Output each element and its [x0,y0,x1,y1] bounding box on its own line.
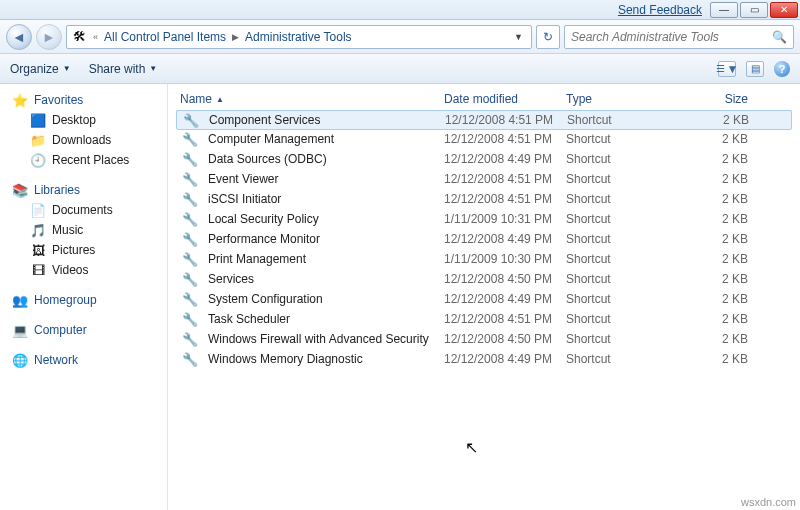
file-row[interactable]: 🔧iSCSI Initiator12/12/2008 4:51 PMShortc… [176,189,792,209]
refresh-button[interactable]: ↻ [536,25,560,49]
column-headers: Name ▲ Date modified Type Size [176,88,792,111]
share-with-button[interactable]: Share with▼ [89,62,158,76]
file-row[interactable]: 🔧Print Management1/11/2009 10:30 PMShort… [176,249,792,269]
file-row[interactable]: 🔧Local Security Policy1/11/2009 10:31 PM… [176,209,792,229]
file-name: Data Sources (ODBC) [208,152,327,166]
sidebar-item[interactable]: 🎵Music [0,220,167,240]
file-name: Windows Memory Diagnostic [208,352,363,366]
sidebar-label: Homegroup [34,293,97,307]
file-row[interactable]: 🔧Windows Memory Diagnostic12/12/2008 4:4… [176,349,792,369]
file-row[interactable]: 🔧Data Sources (ODBC)12/12/2008 4:49 PMSh… [176,149,792,169]
file-name: Event Viewer [208,172,278,186]
send-feedback-link[interactable]: Send Feedback [618,3,702,17]
sidebar-label: Favorites [34,93,83,107]
file-row[interactable]: 🔧Services12/12/2008 4:50 PMShortcut2 KB [176,269,792,289]
window-titlebar: Send Feedback — ▭ ✕ [0,0,800,20]
network-icon: 🌐 [12,352,28,368]
help-button[interactable]: ? [774,61,790,77]
minimize-button[interactable]: — [710,2,738,18]
close-button[interactable]: ✕ [770,2,798,18]
file-date: 12/12/2008 4:51 PM [444,192,566,206]
command-bar: Organize▼ Share with▼ ☰▼ ▤ ? [0,54,800,84]
organize-button[interactable]: Organize▼ [10,62,71,76]
computer-icon: 💻 [12,322,28,338]
shortcut-icon: 🔧 [182,271,198,287]
file-name: Windows Firewall with Advanced Security [208,332,429,346]
file-date: 1/11/2009 10:31 PM [444,212,566,226]
watermark: wsxdn.com [741,496,796,508]
file-row[interactable]: 🔧Performance Monitor12/12/2008 4:49 PMSh… [176,229,792,249]
preview-pane-button[interactable]: ▤ [746,61,764,77]
sidebar-item[interactable]: 🕘Recent Places [0,150,167,170]
forward-button[interactable]: ► [36,24,62,50]
sidebar-group-computer[interactable]: 💻 Computer [0,320,167,340]
file-type: Shortcut [566,232,676,246]
file-type: Shortcut [566,132,676,146]
address-dropdown[interactable]: ▼ [510,32,527,42]
sidebar-item-label: Documents [52,203,113,217]
shortcut-icon: 🔧 [183,112,199,128]
item-icon: 📁 [30,132,46,148]
sidebar-item[interactable]: 🎞Videos [0,260,167,280]
file-row[interactable]: 🔧System Configuration12/12/2008 4:49 PMS… [176,289,792,309]
sidebar-group-favorites[interactable]: ⭐ Favorites [0,90,167,110]
file-type: Shortcut [566,212,676,226]
file-row[interactable]: 🔧Component Services12/12/2008 4:51 PMSho… [176,110,792,130]
file-row[interactable]: 🔧Event Viewer12/12/2008 4:51 PMShortcut2… [176,169,792,189]
file-name: Print Management [208,252,306,266]
file-type: Shortcut [567,113,677,127]
file-date: 1/11/2009 10:30 PM [444,252,566,266]
file-name: Task Scheduler [208,312,290,326]
maximize-button[interactable]: ▭ [740,2,768,18]
shortcut-icon: 🔧 [182,331,198,347]
file-row[interactable]: 🔧Task Scheduler12/12/2008 4:51 PMShortcu… [176,309,792,329]
sidebar-item[interactable]: 📁Downloads [0,130,167,150]
sidebar-label: Libraries [34,183,80,197]
file-type: Shortcut [566,292,676,306]
sidebar-item[interactable]: 🟦Desktop [0,110,167,130]
search-box[interactable]: 🔍 [564,25,794,49]
file-type: Shortcut [566,312,676,326]
file-name: Performance Monitor [208,232,320,246]
file-size: 2 KB [676,132,756,146]
file-size: 2 KB [676,352,756,366]
sidebar-group-homegroup[interactable]: 👥 Homegroup [0,290,167,310]
item-icon: 🕘 [30,152,46,168]
file-name: Local Security Policy [208,212,319,226]
breadcrumb-current[interactable]: Administrative Tools [245,30,352,44]
column-header-size[interactable]: Size [676,92,756,106]
sidebar-item[interactable]: 📄Documents [0,200,167,220]
file-date: 12/12/2008 4:50 PM [444,272,566,286]
column-header-date[interactable]: Date modified [444,92,566,106]
chevron-down-icon: ▼ [149,64,157,73]
column-header-name[interactable]: Name ▲ [176,92,444,106]
file-size: 2 KB [676,272,756,286]
shortcut-icon: 🔧 [182,291,198,307]
sidebar-item-label: Downloads [52,133,111,147]
file-row[interactable]: 🔧Computer Management12/12/2008 4:51 PMSh… [176,129,792,149]
file-date: 12/12/2008 4:49 PM [444,292,566,306]
file-type: Shortcut [566,332,676,346]
shortcut-icon: 🔧 [182,211,198,227]
sidebar-item[interactable]: 🖼Pictures [0,240,167,260]
shortcut-icon: 🔧 [182,151,198,167]
search-input[interactable] [571,30,772,44]
view-options-button[interactable]: ☰▼ [718,61,736,77]
shortcut-icon: 🔧 [182,171,198,187]
file-date: 12/12/2008 4:49 PM [444,352,566,366]
chevron-left-icon[interactable]: « [93,32,98,42]
address-bar[interactable]: 🛠 « All Control Panel Items ▶ Administra… [66,25,532,49]
shortcut-icon: 🔧 [182,131,198,147]
content-area: ⭐ Favorites 🟦Desktop📁Downloads🕘Recent Pl… [0,84,800,510]
file-row[interactable]: 🔧Windows Firewall with Advanced Security… [176,329,792,349]
sidebar-group-libraries[interactable]: 📚 Libraries [0,180,167,200]
sidebar-item-label: Desktop [52,113,96,127]
search-icon[interactable]: 🔍 [772,30,787,44]
sidebar-group-network[interactable]: 🌐 Network [0,350,167,370]
sidebar-item-label: Recent Places [52,153,129,167]
file-size: 2 KB [676,292,756,306]
file-date: 12/12/2008 4:51 PM [444,172,566,186]
column-header-type[interactable]: Type [566,92,676,106]
back-button[interactable]: ◄ [6,24,32,50]
breadcrumb-parent[interactable]: All Control Panel Items [104,30,226,44]
